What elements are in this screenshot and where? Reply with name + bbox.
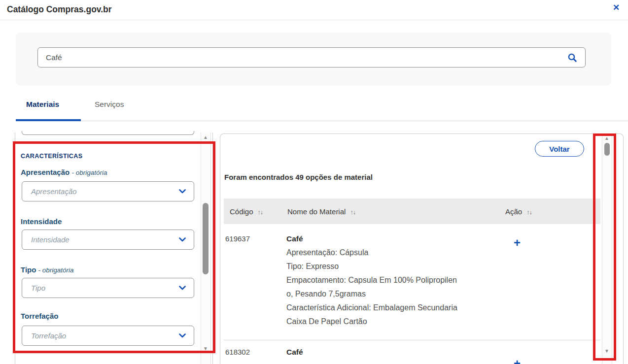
row-divider	[224, 340, 600, 340]
filter-label-torrefacao: Torrefação	[21, 312, 58, 320]
filter-select-torrefacao[interactable]: Torrefação	[22, 326, 194, 346]
tab-materiais[interactable]: Materiais	[26, 100, 59, 109]
scroll-up-icon[interactable]: ▲	[203, 135, 208, 140]
select-placeholder: Intensidade	[31, 235, 70, 244]
filter-label-intensidade: Intensidade	[21, 217, 62, 226]
filter-select-intensidade[interactable]: Intensidade	[22, 230, 194, 250]
scroll-down-icon[interactable]: ▼	[203, 346, 208, 351]
chevron-down-icon	[179, 333, 186, 338]
filter-label-tipo: Tipo - obrigatória	[21, 265, 74, 274]
filter-select-apresentacao[interactable]: Apresentação	[22, 181, 194, 201]
add-item-button[interactable]: +	[514, 358, 521, 364]
column-header-acao[interactable]: Ação↑↓	[505, 207, 532, 216]
close-icon[interactable]: ✕	[613, 2, 620, 13]
sort-icon: ↑↓	[350, 209, 355, 216]
scroll-down-icon[interactable]: ▼	[604, 349, 609, 354]
table-row-code: 619637	[225, 234, 250, 243]
column-label: Ação	[505, 207, 522, 216]
filters-heading: CARACTERÍSTICAS	[21, 153, 82, 160]
column-label: Código	[230, 207, 253, 216]
detail-line: Caixa De Papel Cartão	[286, 315, 457, 329]
detail-line: Tipo: Expresso	[286, 260, 457, 273]
chevron-down-icon	[179, 237, 186, 242]
results-scrollbar-thumb[interactable]	[604, 143, 610, 156]
sort-icon: ↑↓	[258, 209, 263, 216]
column-label: Nome do Material	[287, 207, 346, 216]
filter-label-text: Apresentação	[21, 168, 70, 176]
detail-line: Apresentação: Cápsula	[286, 246, 457, 260]
filters-scrollbar-thumb[interactable]	[203, 203, 209, 274]
select-placeholder: Torrefação	[31, 331, 66, 340]
tab-servicos[interactable]: Serviços	[95, 100, 124, 109]
column-header-codigo[interactable]: Código↑↓	[230, 207, 263, 216]
column-header-nome[interactable]: Nome do Material↑↓	[287, 207, 355, 216]
clipped-select-above	[22, 131, 194, 135]
search-box	[37, 47, 586, 67]
required-suffix: - obrigatória	[71, 169, 107, 176]
results-scrollbar-track[interactable]	[602, 133, 612, 364]
search-section	[16, 33, 611, 85]
active-tab-indicator	[16, 119, 81, 121]
table-row-code: 618302	[225, 348, 250, 356]
header-divider	[0, 20, 628, 20]
tabs-divider	[16, 121, 628, 121]
sort-icon: ↑↓	[526, 209, 532, 216]
search-icon[interactable]	[567, 53, 577, 63]
filter-label-text: Torrefação	[21, 312, 58, 320]
table-row-details: Apresentação: Cápsula Tipo: Expresso Emp…	[286, 246, 457, 329]
detail-line: Característica Adicional: Embalagem Secu…	[286, 301, 457, 315]
filter-select-tipo[interactable]: Tipo	[22, 278, 194, 298]
required-suffix: - obrigatória	[38, 266, 74, 274]
filter-label-text: Tipo	[21, 265, 36, 274]
table-row-name: Café	[286, 234, 303, 243]
filter-label-text: Intensidade	[21, 217, 62, 226]
select-placeholder: Tipo	[31, 284, 45, 292]
add-item-button[interactable]: +	[514, 237, 521, 248]
filter-label-apresentacao: Apresentação - obrigatória	[21, 168, 107, 176]
table-row-name: Café	[286, 348, 303, 357]
scroll-up-icon[interactable]: ▲	[604, 136, 609, 141]
detail-line: o, Pesando 7,5gramas	[286, 287, 457, 301]
chevron-down-icon	[179, 286, 186, 290]
results-count: Foram encontrados 49 opções de material	[224, 173, 373, 181]
table-header: Código↑↓ Nome do Material↑↓ Ação↑↓	[224, 199, 600, 224]
select-placeholder: Apresentação	[31, 187, 77, 196]
detail-line: Empacotamento: Capsula Em 100% Polipropi…	[286, 273, 457, 287]
voltar-button[interactable]: Voltar	[535, 141, 584, 157]
page-title: Catálogo Compras.gov.br	[7, 4, 112, 15]
search-input[interactable]	[46, 53, 567, 62]
chevron-down-icon	[179, 189, 186, 194]
